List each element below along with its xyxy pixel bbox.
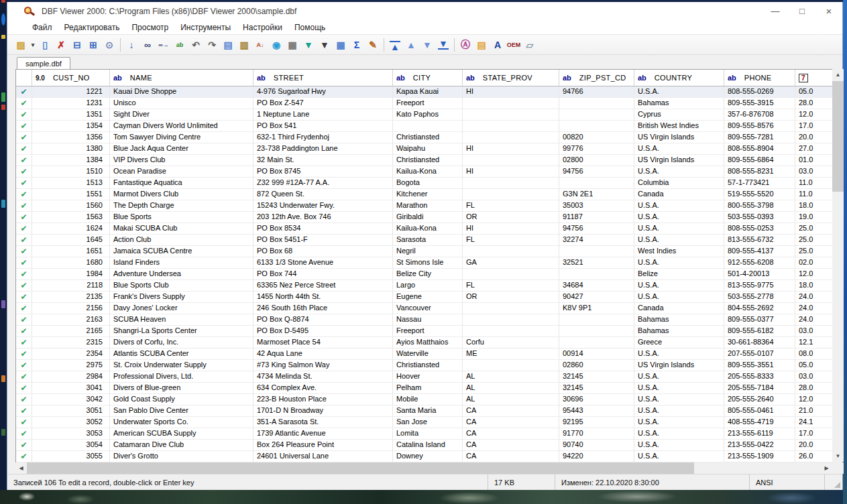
cell-NAME[interactable]: Unisco [110,98,253,109]
table-row[interactable]: ✔2135Frank's Divers Supply1455 North 44t… [16,292,832,303]
cell-ZIP_PST_CD[interactable]: 32145 [559,371,634,382]
cell-CUST_NO[interactable]: 1231 [32,98,110,109]
cell-COUNTRY[interactable]: West Indies [634,246,724,257]
close-button[interactable]: × [815,2,842,20]
table-row[interactable]: ✔3054Catamaran Dive ClubBox 264 Pleasure… [16,440,832,451]
new-file-icon[interactable]: ▯ [37,37,53,53]
cell-STATE_PROV[interactable]: AL [463,383,559,393]
cell-CUST_NO[interactable]: 1380 [32,143,110,154]
table-row[interactable]: ✔1680Island Finders6133 1/3 Stone Avenue… [16,257,832,269]
table-row[interactable]: ✔2163SCUBA HeavenPO Box Q-8874NassauBaha… [16,314,832,326]
cell-LAST_INVOICE[interactable]: 05.0 [795,86,833,97]
cell-PHONE[interactable]: 808-555-8231 [724,166,795,177]
cell-CUST_NO[interactable]: 1645 [32,235,110,245]
filter-builder-icon[interactable]: ▦ [284,37,300,53]
cell-CITY[interactable]: Waterville [393,349,463,359]
cell-NAME[interactable]: Divers of Corfu, Inc. [110,337,253,348]
cell-STATE_PROV[interactable] [463,132,559,143]
cell-STREET[interactable]: 32 Main St. [253,155,393,166]
table-row[interactable]: ✔1651Jamaica SCUBA CentrePO Box 68Negril… [16,246,832,257]
cell-LAST_INVOICE[interactable]: 17.0 [795,428,833,439]
scroll-right-icon[interactable]: ▶ [821,462,832,474]
cell-COUNTRY[interactable]: U.S.A. [634,292,724,302]
cell-CUST_NO[interactable]: 3053 [32,428,110,439]
cell-ZIP_PST_CD[interactable]: 94756 [559,223,634,234]
cell-NAME[interactable]: Adventure Undersea [110,269,253,279]
table-row[interactable]: ✔1231UniscoPO Box Z-547FreeportBahamas80… [16,98,832,109]
cell-PHONE[interactable]: 912-555-6208 [724,257,795,268]
cell-LAST_INVOICE[interactable]: 28.0 [795,383,833,393]
cell-CUST_NO[interactable]: 2354 [32,349,110,359]
cell-PHONE[interactable]: 813-555-6732 [724,235,795,245]
find-icon[interactable]: ∞ [139,37,156,53]
cell-PHONE[interactable]: 809-555-3551 [724,360,795,371]
cell-STREET[interactable]: 634 Complex Ave. [253,383,393,393]
cell-CITY[interactable]: Hoover [393,371,463,382]
cell-NAME[interactable]: Blue Sports Club [110,280,253,291]
cell-LAST_INVOICE[interactable]: 12.0 [795,269,833,279]
cell-COUNTRY[interactable]: U.S.A. [634,143,724,154]
cell-COUNTRY[interactable]: US Virgin Islands [634,155,724,166]
format-brush-icon[interactable]: ✎ [365,37,381,53]
cell-COUNTRY[interactable]: Bahamas [634,326,724,336]
menu-item-1[interactable]: Редактировать [58,21,126,34]
column-header-COUNTRY[interactable]: abCOUNTRY [634,70,724,86]
cell-LAST_INVOICE[interactable]: 03.0 [795,166,833,177]
column-header-NAME[interactable]: abNAME [110,70,253,86]
maximize-button[interactable]: □ [789,2,815,20]
cell-ZIP_PST_CD[interactable] [559,326,634,336]
cell-CUST_NO[interactable]: 1356 [32,132,110,143]
cell-LAST_INVOICE[interactable]: 25.0 [795,223,833,234]
cell-STATE_PROV[interactable]: CA [463,405,559,416]
cell-NAME[interactable]: Divers of Blue-green [110,383,253,393]
table-row[interactable]: ✔1221Kauai Dive Shoppe4-976 Sugarloaf Hw… [16,86,832,98]
cell-PHONE[interactable]: 808-555-0253 [724,223,795,234]
cell-STATE_PROV[interactable]: FL [463,235,559,245]
cell-PHONE[interactable]: 213-555-1909 [724,451,795,462]
cell-STATE_PROV[interactable]: ME [463,349,559,359]
cell-NAME[interactable]: Blue Sports [110,212,253,223]
cell-NAME[interactable]: Gold Coast Supply [110,394,253,405]
cell-CITY[interactable]: Mobile [393,394,463,405]
cell-CUST_NO[interactable]: 3055 [32,451,110,462]
cell-CITY[interactable]: Nassau [393,314,463,325]
cell-NAME[interactable]: Fantastique Aquatica [110,178,253,188]
cell-CITY[interactable]: Bogota [393,178,463,188]
oem-charset-icon[interactable]: OEM [506,37,522,53]
cell-CITY[interactable]: Christiansted [393,155,463,166]
cell-ZIP_PST_CD[interactable]: 00820 [559,132,634,143]
table-row[interactable]: ✔2118Blue Sports Club63365 Nez Perce Str… [16,280,832,292]
cell-PHONE[interactable]: 800-555-3798 [724,200,795,211]
cell-LAST_INVOICE[interactable]: 18.0 [795,280,833,291]
cell-CUST_NO[interactable]: 1560 [32,200,110,211]
undo-icon[interactable]: ↶ [188,37,204,53]
cell-CUST_NO[interactable]: 1563 [32,212,110,223]
open-dropdown-icon[interactable]: ▾ [29,37,37,53]
cell-NAME[interactable]: SCUBA Heaven [110,314,253,325]
cell-ZIP_PST_CD[interactable]: 00914 [559,349,634,359]
cell-STATE_PROV[interactable]: CA [463,417,559,428]
cell-LAST_INVOICE[interactable]: 02.0 [795,257,833,268]
cell-COUNTRY[interactable]: Bahamas [634,98,724,109]
cell-COUNTRY[interactable]: Belize [634,269,724,279]
cell-ZIP_PST_CD[interactable]: 91187 [559,212,634,223]
cell-COUNTRY[interactable]: U.S.A. [634,166,724,177]
table-row[interactable]: ✔1513Fantastique AquaticaZ32 999 #12A-77… [16,178,832,189]
cell-STREET[interactable]: 351-A Sarasota St. [253,417,393,428]
cell-CITY[interactable]: San Jose [393,417,463,428]
column-header-STATE_PROV[interactable]: abSTATE_PROV [463,70,559,86]
cell-STREET[interactable]: 872 Queen St. [253,189,393,200]
cell-CUST_NO[interactable]: 2975 [32,360,110,371]
table-row[interactable]: ✔2315Divers of Corfu, Inc.Marmoset Place… [16,337,832,349]
cell-NAME[interactable]: Underwater Sports Co. [110,417,253,428]
cell-CITY[interactable]: Waipahu [393,143,463,154]
table-row[interactable]: ✔1510Ocean ParadisePO Box 8745Kailua-Kon… [16,166,832,178]
cell-STATE_PROV[interactable] [463,178,559,188]
table-row[interactable]: ✔1560The Depth Charge15243 Underwater Fw… [16,200,832,212]
cell-ZIP_PST_CD[interactable] [559,314,634,325]
cell-CITY[interactable]: Ayios Matthaios [393,337,463,348]
cell-NAME[interactable]: Marmot Divers Club [110,189,253,200]
cell-STATE_PROV[interactable]: AL [463,371,559,382]
cell-STATE_PROV[interactable]: OR [463,212,559,223]
cell-PHONE[interactable]: 809-555-8576 [724,121,795,131]
